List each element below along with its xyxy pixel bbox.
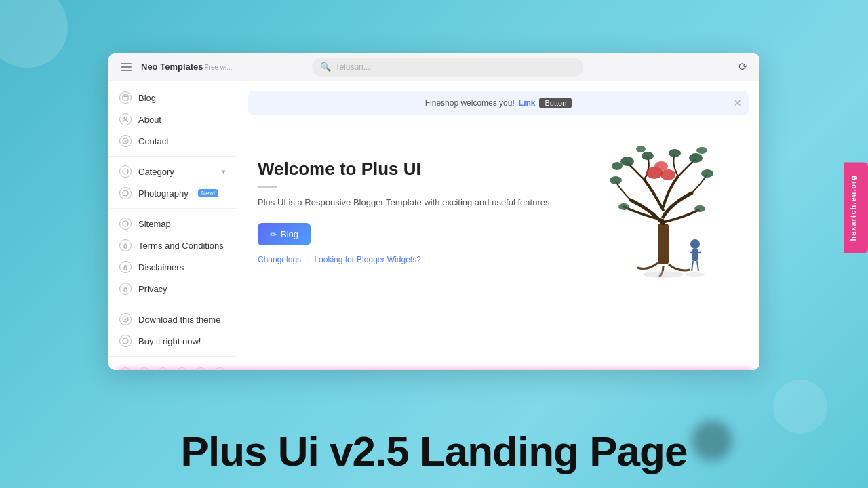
social-icons-row: ▶ ✈ 𝕏 ⌥ in 💬 [108, 361, 237, 370]
announcement-link[interactable]: Link [519, 98, 536, 108]
sidebar-blog-label: Blog [138, 93, 156, 103]
sitemap-icon [119, 218, 132, 230]
sidebar-download-label: Download this theme [138, 314, 220, 325]
svg-point-23 [701, 169, 713, 178]
sidebar-item-buy[interactable]: Buy it right now! [108, 330, 237, 352]
svg-line-33 [697, 261, 698, 271]
sidebar-item-sitemap[interactable]: Sitemap [108, 213, 237, 235]
svg-point-24 [618, 203, 629, 210]
hamburger-icon[interactable] [118, 60, 134, 74]
svg-point-21 [696, 147, 707, 154]
announcement-text: Fineshop welcomes you! [425, 98, 515, 108]
whatsapp-icon[interactable]: 💬 [214, 367, 226, 370]
sidebar-divider-4 [108, 356, 237, 357]
svg-line-32 [692, 261, 693, 271]
browser-window: Neo TemplatesFree wi... 🔍 Telusuri... ⟳ … [108, 53, 760, 370]
sidebar-terms-label: Terms and Conditions [138, 241, 224, 251]
svg-point-18 [636, 146, 646, 152]
side-banner: hexartch.eu.org [844, 163, 868, 253]
search-icon: 🔍 [320, 62, 331, 72]
sidebar-divider-2 [108, 208, 237, 209]
changelogs-link[interactable]: Changelogs [258, 255, 301, 264]
photography-icon [119, 187, 132, 199]
hero-section: Welcome to Plus UI Plus UI is a Responsi… [237, 115, 760, 301]
github-icon[interactable]: ⌥ [176, 367, 188, 370]
svg-point-17 [642, 152, 654, 160]
sidebar-item-photography[interactable]: Photography New! [108, 182, 237, 204]
refresh-icon[interactable]: ⟳ [736, 60, 750, 74]
contact-icon: ✉ [119, 135, 132, 147]
svg-point-15 [620, 157, 634, 166]
about-icon [119, 113, 132, 125]
svg-point-25 [694, 205, 705, 212]
svg-point-28 [660, 169, 675, 180]
announcement-button[interactable]: Button [539, 98, 572, 108]
sidebar-item-privacy[interactable]: Privacy [108, 278, 237, 300]
svg-rect-14 [658, 224, 669, 264]
close-banner-button[interactable]: ✕ [734, 98, 742, 108]
category-icon [119, 165, 132, 178]
hero-blog-button-label: Blog [281, 229, 298, 239]
sidebar-divider-3 [108, 304, 237, 304]
bottom-title-bar: Plus Ui v2.5 Landing Page [0, 413, 868, 488]
sidebar-sitemap-label: Sitemap [138, 219, 171, 229]
sidebar-item-contact[interactable]: ✉ Contact [108, 130, 237, 152]
side-banner-text: hexartch.eu.org [849, 175, 857, 241]
svg-point-3 [124, 117, 127, 120]
svg-point-34 [643, 271, 684, 278]
sidebar: Blog About ✉ Contact [108, 81, 237, 370]
sidebar-item-download[interactable]: Download this theme [108, 308, 237, 330]
announcement-banner: Fineshop welcomes you! Link Button ✕ [248, 91, 749, 115]
sidebar-item-disclaimers[interactable]: Disclaimers [108, 256, 237, 278]
sidebar-contact-label: Contact [138, 136, 169, 146]
brand-name: Neo TemplatesFree wi... [141, 62, 233, 72]
youtube-icon[interactable]: ▶ [119, 367, 132, 370]
svg-point-6 [123, 169, 128, 174]
search-placeholder-text: Telusuri... [335, 62, 370, 72]
sidebar-item-about[interactable]: About [108, 108, 237, 130]
hero-links: Changelogs · Looking for Blogger Widgets… [258, 255, 576, 264]
blog-button-icon: ✏ [270, 230, 277, 239]
browser-topbar: Neo TemplatesFree wi... 🔍 Telusuri... ⟳ [108, 53, 760, 81]
disclaimers-icon [119, 261, 132, 273]
browser-content: Blog About ✉ Contact [108, 81, 760, 370]
widgets-link[interactable]: Looking for Blogger Widgets? [314, 255, 420, 264]
search-bar[interactable]: 🔍 Telusuri... [312, 58, 583, 77]
svg-point-27 [654, 161, 668, 171]
svg-point-19 [669, 149, 681, 157]
telegram-icon[interactable]: ✈ [138, 367, 151, 370]
sidebar-about-label: About [138, 115, 161, 125]
blur-circle-decoration [692, 420, 732, 461]
svg-point-8 [123, 221, 128, 226]
svg-point-16 [612, 162, 623, 170]
linkedin-icon[interactable]: in [195, 367, 207, 370]
sidebar-disclaimers-label: Disclaimers [138, 262, 184, 272]
svg-rect-11 [124, 289, 127, 291]
sidebar-item-terms[interactable]: Terms and Conditions [108, 235, 237, 256]
hero-link-separator: · [307, 255, 309, 264]
blog-icon [119, 92, 132, 104]
svg-rect-9 [124, 245, 127, 248]
brand-tag: Free wi... [205, 64, 233, 71]
download-icon [119, 313, 132, 325]
hero-description: Plus UI is a Responsive Blogger Template… [258, 196, 576, 210]
hero-illustration [590, 142, 739, 281]
sidebar-item-blog[interactable]: Blog [108, 87, 237, 108]
sidebar-buy-label: Buy it right now! [138, 336, 201, 346]
svg-rect-30 [692, 249, 698, 261]
svg-point-35 [685, 272, 705, 277]
main-content: Fineshop welcomes you! Link Button ✕ Wel… [237, 81, 760, 370]
hero-title: Welcome to Plus UI [258, 159, 576, 180]
svg-point-13 [123, 338, 128, 344]
terms-icon [119, 239, 132, 251]
buy-icon [119, 335, 132, 347]
hero-blog-button[interactable]: ✏ Blog [258, 223, 311, 245]
svg-rect-10 [124, 267, 127, 270]
chevron-down-icon: ▾ [222, 167, 226, 176]
hero-divider [258, 186, 277, 188]
sidebar-item-category[interactable]: Category ▾ [108, 161, 237, 182]
sidebar-photography-label: Photography [138, 188, 189, 199]
new-badge: New! [198, 189, 219, 197]
twitter-icon[interactable]: 𝕏 [157, 367, 170, 370]
sidebar-privacy-label: Privacy [138, 284, 167, 294]
